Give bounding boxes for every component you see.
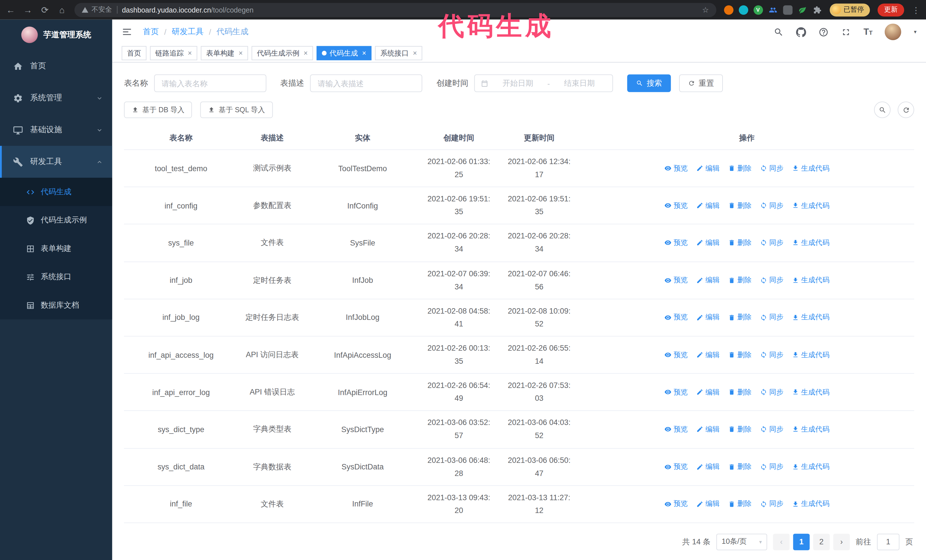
user-avatar[interactable] — [885, 24, 902, 40]
search-icon[interactable] — [774, 27, 784, 37]
sync-link[interactable]: 同步 — [760, 163, 784, 173]
sidebar-item-infra[interactable]: 基础设施 — [0, 114, 112, 146]
breadcrumb-devtools[interactable]: 研发工具 — [172, 27, 204, 37]
generate-code-link[interactable]: 生成代码 — [791, 499, 829, 509]
goto-page-input[interactable] — [877, 533, 899, 550]
preview-link[interactable]: 预览 — [664, 387, 688, 397]
sync-link[interactable]: 同步 — [760, 499, 784, 509]
preview-link[interactable]: 预览 — [664, 238, 688, 248]
address-bar[interactable]: 不安全 dashboard.yudao.iocoder.cn/tool/code… — [74, 3, 716, 17]
table-name-input[interactable] — [154, 74, 266, 92]
font-size-icon[interactable]: TT — [864, 27, 873, 36]
delete-link[interactable]: 删除 — [728, 163, 752, 173]
chevron-down-icon[interactable]: ▾ — [914, 29, 916, 35]
edit-link[interactable]: 编辑 — [696, 275, 720, 285]
toggle-search-button[interactable] — [874, 102, 891, 118]
sync-link[interactable]: 同步 — [760, 462, 784, 472]
github-icon[interactable] — [796, 27, 806, 37]
view-tab[interactable]: 系统接口× — [375, 46, 422, 60]
view-tab[interactable]: 链路追踪× — [150, 46, 197, 60]
chrome-update-button[interactable]: 更新 — [878, 3, 904, 16]
close-icon[interactable]: × — [188, 49, 192, 57]
delete-link[interactable]: 删除 — [728, 350, 752, 360]
generate-code-link[interactable]: 生成代码 — [791, 387, 829, 397]
page-button[interactable]: 1 — [793, 533, 810, 550]
preview-link[interactable]: 预览 — [664, 201, 688, 210]
extension-icon-blue[interactable] — [738, 5, 748, 15]
browser-menu-icon[interactable]: ⋮ — [912, 5, 920, 15]
close-icon[interactable]: × — [413, 49, 417, 57]
generate-code-link[interactable]: 生成代码 — [791, 163, 829, 173]
sync-link[interactable]: 同步 — [760, 312, 784, 323]
fullscreen-icon[interactable] — [841, 27, 851, 37]
close-icon[interactable]: × — [239, 49, 243, 57]
edit-link[interactable]: 编辑 — [696, 462, 720, 472]
edit-link[interactable]: 编辑 — [696, 499, 720, 509]
import-db-button[interactable]: 基于 DB 导入 — [124, 102, 192, 118]
sync-link[interactable]: 同步 — [760, 238, 784, 248]
edit-link[interactable]: 编辑 — [696, 201, 720, 210]
delete-link[interactable]: 删除 — [728, 201, 752, 210]
next-page-button[interactable]: › — [834, 533, 850, 550]
search-button[interactable]: 搜索 — [627, 74, 671, 92]
sync-link[interactable]: 同步 — [760, 350, 784, 360]
delete-link[interactable]: 删除 — [728, 312, 752, 323]
generate-code-link[interactable]: 生成代码 — [791, 312, 829, 323]
date-range-picker[interactable]: 开始日期 - 结束日期 — [474, 74, 613, 92]
view-tab[interactable]: 代码生成× — [316, 46, 372, 60]
reset-button[interactable]: 重置 — [679, 74, 723, 92]
generate-code-link[interactable]: 生成代码 — [791, 424, 829, 435]
preview-link[interactable]: 预览 — [664, 424, 688, 435]
breadcrumb-home[interactable]: 首页 — [143, 27, 159, 37]
table-desc-input[interactable] — [310, 74, 422, 92]
sync-link[interactable]: 同步 — [760, 424, 784, 435]
generate-code-link[interactable]: 生成代码 — [791, 275, 829, 285]
sidebar-subitem-system-api[interactable]: 系统接口 — [0, 263, 112, 291]
edit-link[interactable]: 编辑 — [696, 238, 720, 248]
view-tab[interactable]: 代码生成示例× — [251, 46, 313, 60]
preview-link[interactable]: 预览 — [664, 350, 688, 360]
sidebar-item-devtools[interactable]: 研发工具 — [0, 146, 112, 178]
back-icon[interactable]: ← — [6, 5, 15, 15]
edit-link[interactable]: 编辑 — [696, 424, 720, 435]
delete-link[interactable]: 删除 — [728, 499, 752, 509]
refresh-table-button[interactable] — [898, 102, 914, 118]
sync-link[interactable]: 同步 — [760, 275, 784, 285]
sidebar-item-home[interactable]: 首页 — [0, 50, 112, 82]
edit-link[interactable]: 编辑 — [696, 312, 720, 323]
sidebar-subitem-db-doc[interactable]: 数据库文档 — [0, 291, 112, 319]
generate-code-link[interactable]: 生成代码 — [791, 238, 829, 248]
puzzle-icon[interactable] — [812, 5, 822, 15]
bookmark-star-icon[interactable]: ☆ — [702, 5, 709, 14]
close-icon[interactable]: × — [362, 49, 366, 57]
profile-paused-chip[interactable]: 已暂停 — [829, 3, 870, 16]
help-icon[interactable] — [819, 27, 829, 37]
preview-link[interactable]: 预览 — [664, 462, 688, 472]
generate-code-link[interactable]: 生成代码 — [791, 201, 829, 210]
extension-icon-leaf[interactable] — [797, 5, 807, 15]
app-logo-row[interactable]: 芋道管理系统 — [0, 20, 112, 50]
delete-link[interactable]: 删除 — [728, 275, 752, 285]
preview-link[interactable]: 预览 — [664, 163, 688, 173]
extension-icon-orange[interactable] — [724, 5, 733, 15]
view-tab[interactable]: 首页 — [122, 46, 147, 60]
delete-link[interactable]: 删除 — [728, 238, 752, 248]
edit-link[interactable]: 编辑 — [696, 387, 720, 397]
generate-code-link[interactable]: 生成代码 — [791, 350, 829, 360]
import-sql-button[interactable]: 基于 SQL 导入 — [200, 102, 272, 118]
extension-icon-green-v[interactable]: V — [754, 5, 763, 15]
generate-code-link[interactable]: 生成代码 — [791, 462, 829, 472]
view-tab[interactable]: 表单构建× — [201, 46, 248, 60]
delete-link[interactable]: 删除 — [728, 462, 752, 472]
page-button[interactable]: 2 — [813, 533, 830, 550]
prev-page-button[interactable]: ‹ — [773, 533, 790, 550]
reload-icon[interactable]: ⟳ — [40, 5, 50, 15]
sidebar-subitem-form-builder[interactable]: 表单构建 — [0, 234, 112, 263]
edit-link[interactable]: 编辑 — [696, 350, 720, 360]
extension-icon-tray[interactable] — [783, 5, 792, 15]
sync-link[interactable]: 同步 — [760, 201, 784, 210]
page-size-select[interactable]: 10条/页 ▾ — [716, 533, 767, 550]
sidebar-toggle-icon[interactable] — [122, 26, 132, 37]
delete-link[interactable]: 删除 — [728, 387, 752, 397]
sidebar-item-system[interactable]: 系统管理 — [0, 82, 112, 114]
